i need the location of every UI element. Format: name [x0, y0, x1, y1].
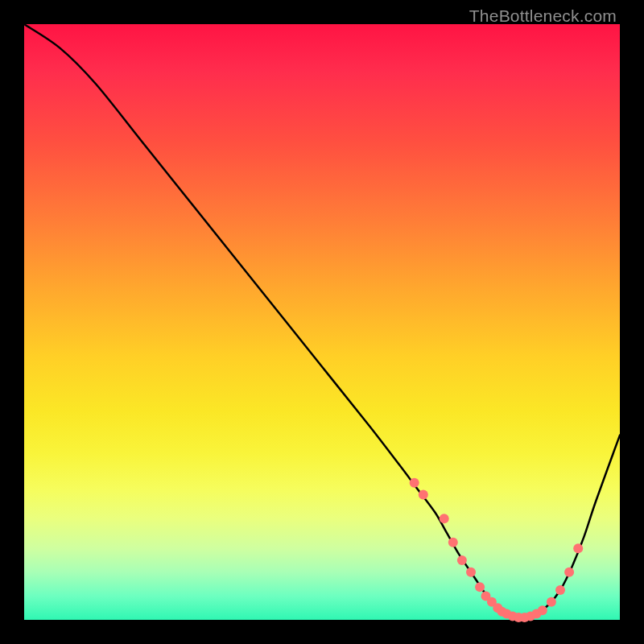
highlight-dot	[547, 597, 556, 607]
watermark-label: TheBottleneck.com	[469, 6, 617, 26]
highlight-dot	[564, 568, 574, 577]
highlight-dot	[466, 568, 476, 577]
highlight-dot	[419, 490, 428, 500]
highlight-dot	[457, 555, 467, 565]
chart-svg	[24, 24, 620, 620]
highlight-dot	[410, 478, 419, 488]
bottleneck-curve	[24, 24, 620, 617]
highlight-dot	[555, 585, 565, 595]
highlight-dot	[448, 538, 458, 547]
highlight-dot	[573, 543, 583, 553]
highlight-dot	[440, 514, 449, 523]
plot-area	[24, 24, 620, 620]
highlight-dot	[538, 605, 547, 615]
chart-container: TheBottleneck.com	[0, 0, 644, 644]
highlight-dot	[475, 582, 485, 592]
